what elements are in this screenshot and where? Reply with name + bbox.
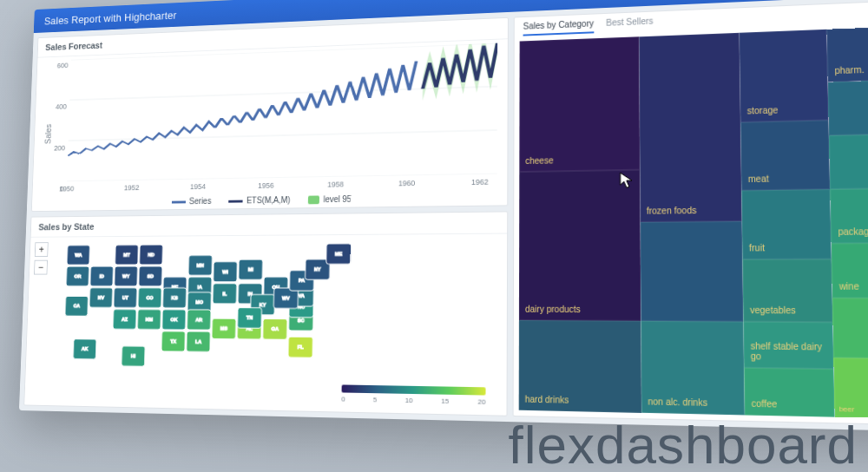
- state-FL[interactable]: FL: [288, 337, 313, 357]
- state-HI[interactable]: HI: [122, 346, 145, 366]
- svg-rect-12: [65, 296, 89, 316]
- y-tick: 600: [50, 62, 69, 70]
- zoom-out-button[interactable]: −: [34, 260, 48, 275]
- svg-rect-26: [138, 288, 161, 308]
- state-ND[interactable]: ND: [139, 245, 162, 265]
- svg-line-3: [67, 174, 497, 182]
- state-WI[interactable]: WI: [214, 262, 238, 282]
- x-tick: 1954: [190, 182, 206, 191]
- state-AR[interactable]: AR: [187, 310, 211, 330]
- svg-rect-22: [114, 288, 137, 308]
- state-ID[interactable]: ID: [90, 266, 114, 286]
- svg-rect-50: [187, 331, 211, 352]
- legend-item[interactable]: ETS(M,A,M): [228, 195, 290, 206]
- treemap-cell[interactable]: [829, 134, 868, 189]
- legend-tick: 15: [441, 397, 449, 405]
- treemap-cell[interactable]: packaging: [831, 188, 868, 244]
- state-UT[interactable]: UT: [114, 288, 137, 308]
- treemap-cell[interactable]: non alc. drinks: [641, 321, 745, 416]
- treemap-cell[interactable]: fruit: [742, 189, 832, 259]
- svg-rect-24: [113, 309, 136, 329]
- state-MT[interactable]: MT: [115, 245, 138, 265]
- state-NV[interactable]: NV: [89, 288, 113, 308]
- panel-sales-forecast: Sales Forecast Sales 0200400600 19501952…: [31, 17, 509, 212]
- state-CA[interactable]: CA: [65, 296, 89, 316]
- treemap-cell[interactable]: [828, 80, 868, 135]
- state-SD[interactable]: SD: [139, 266, 162, 286]
- svg-line-5: [69, 87, 497, 101]
- svg-rect-8: [67, 246, 90, 266]
- treemap-cell[interactable]: shelf stable dairy go: [744, 321, 834, 369]
- x-tick: 1952: [124, 184, 140, 193]
- treemap-cell[interactable]: pharm.: [827, 26, 868, 82]
- svg-rect-68: [237, 308, 261, 329]
- treemap-cell[interactable]: meat: [740, 121, 830, 191]
- svg-rect-40: [161, 331, 186, 352]
- state-ME[interactable]: ME: [326, 244, 352, 265]
- state-LA[interactable]: LA: [187, 331, 211, 352]
- state-WY[interactable]: WY: [115, 266, 138, 286]
- color-legend: 05101520: [341, 384, 485, 406]
- state-AZ[interactable]: AZ: [113, 309, 136, 329]
- svg-rect-56: [212, 318, 236, 339]
- y-tick: 400: [49, 102, 67, 111]
- svg-rect-70: [263, 318, 287, 339]
- state-MN[interactable]: MN: [188, 255, 213, 275]
- legend-tick: 0: [341, 395, 345, 403]
- svg-rect-10: [66, 266, 89, 286]
- state-OK[interactable]: OK: [162, 310, 186, 330]
- treemap-chart[interactable]: cheesedairy productshard drinksfrozen fo…: [519, 26, 868, 419]
- svg-rect-86: [326, 244, 352, 265]
- svg-rect-28: [137, 310, 161, 330]
- treemap-cell[interactable]: beer: [834, 357, 868, 418]
- legend-tick: 20: [478, 398, 486, 406]
- panel-sales-by-state: Sales by State + − WAORCANVIDMTWYUTAZCON…: [23, 211, 508, 416]
- treemap-cell[interactable]: coffee: [744, 368, 835, 416]
- chart-legend: SeriesETS(M,A,M)level 95: [32, 192, 507, 207]
- state-KS[interactable]: KS: [162, 288, 186, 308]
- svg-line-4: [69, 130, 497, 141]
- state-IL[interactable]: IL: [213, 284, 237, 304]
- x-tick: 1958: [327, 180, 344, 189]
- treemap-cell[interactable]: dairy products: [519, 170, 641, 321]
- dashboard: Sales Report with Highcharter Source Cod…: [19, 0, 868, 431]
- svg-rect-52: [214, 262, 238, 282]
- state-NM[interactable]: NM: [137, 310, 161, 330]
- state-MI[interactable]: MI: [239, 259, 263, 279]
- treemap-cell[interactable]: wine: [832, 243, 868, 298]
- state-AK[interactable]: AK: [73, 339, 96, 359]
- treemap-cell[interactable]: cheese: [519, 36, 640, 172]
- svg-rect-72: [288, 337, 313, 357]
- svg-rect-32: [139, 266, 162, 286]
- state-GA[interactable]: GA: [263, 318, 287, 339]
- state-TX[interactable]: TX: [161, 331, 186, 352]
- state-MS[interactable]: MS: [212, 318, 236, 339]
- treemap-cell[interactable]: storage: [740, 30, 829, 122]
- state-WA[interactable]: WA: [67, 246, 90, 266]
- x-tick: 1962: [471, 178, 489, 187]
- state-OR[interactable]: OR: [66, 266, 89, 286]
- legend-gradient: [342, 384, 486, 395]
- forecast-chart[interactable]: Sales 0200400600 19501952195419561958196…: [32, 39, 508, 211]
- treemap-cell[interactable]: vegetables: [743, 259, 833, 322]
- svg-rect-18: [115, 245, 138, 265]
- legend-item[interactable]: level 95: [308, 194, 352, 205]
- svg-rect-36: [162, 288, 186, 308]
- svg-rect-48: [187, 310, 211, 330]
- legend-item[interactable]: Series: [171, 196, 211, 206]
- treemap-cell[interactable]: [832, 298, 868, 358]
- choropleth-map[interactable]: WAORCANVIDMTWYUTAZCONMNDSDNEKSOKTXMNIAMO…: [56, 240, 374, 387]
- state-TN[interactable]: TN: [237, 308, 261, 329]
- panel-sales-by-category: Sales by CategoryBest Sellers cheesedair…: [513, 0, 868, 426]
- treemap-cell[interactable]: [641, 221, 744, 321]
- state-CO[interactable]: CO: [138, 288, 161, 308]
- legend-tick: 5: [373, 396, 377, 403]
- zoom-in-button[interactable]: +: [35, 242, 49, 257]
- treemap-cell[interactable]: hard drinks: [519, 320, 641, 413]
- x-tick: 1950: [59, 185, 74, 193]
- svg-rect-16: [90, 266, 114, 286]
- watermark-text: flexdashboard: [509, 414, 858, 472]
- svg-rect-88: [73, 339, 96, 359]
- treemap-cell[interactable]: frozen foods: [639, 33, 742, 222]
- zoom-controls: + −: [34, 242, 49, 274]
